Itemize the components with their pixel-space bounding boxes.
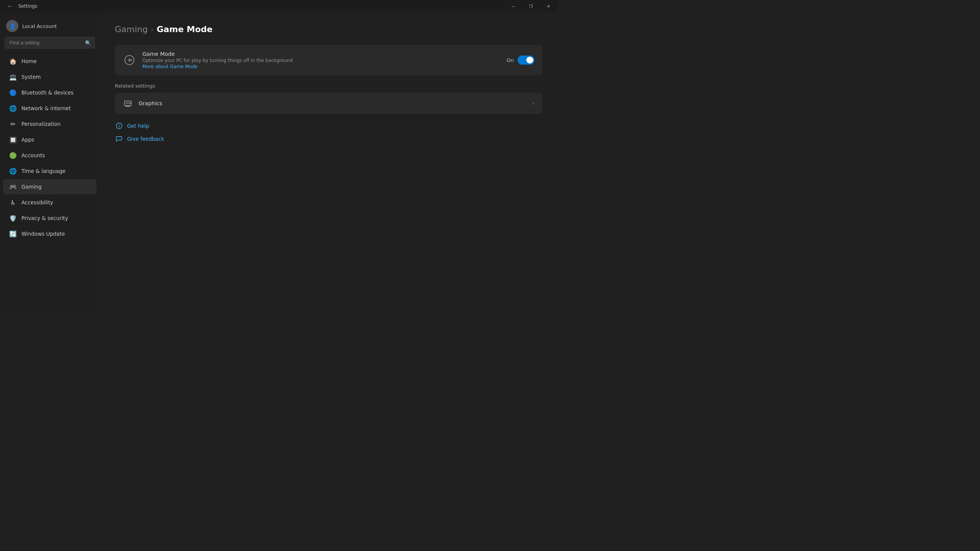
get-help-label: Get help (127, 123, 149, 129)
sidebar-item-bluetooth[interactable]: 🔵Bluetooth & devices (3, 85, 96, 100)
titlebar-title: Settings (18, 3, 37, 9)
titlebar: ← Settings — ❐ ✕ (0, 0, 557, 12)
breadcrumb-separator: › (151, 25, 154, 33)
personalization-icon: ✏️ (9, 120, 17, 128)
related-settings-card: Graphics › (115, 93, 542, 114)
sidebar-item-privacy[interactable]: 🛡️Privacy & security (3, 210, 96, 226)
sidebar-item-accessibility[interactable]: ♿Accessibility (3, 195, 96, 210)
game-mode-title: Game Mode (142, 51, 501, 57)
get-help-link[interactable]: Get help (115, 122, 542, 130)
graphics-icon (122, 98, 133, 109)
svg-rect-4 (126, 102, 129, 104)
sidebar-item-system[interactable]: 💻System (3, 69, 96, 85)
search-box: 🔍 (5, 37, 95, 49)
sidebar-item-label-accounts: Accounts (21, 152, 45, 158)
titlebar-controls: — ❐ ✕ (505, 0, 557, 12)
related-settings-title: Related settings (115, 83, 542, 89)
sidebar-item-network[interactable]: 🌐Network & internet (3, 101, 96, 116)
sidebar-item-label-system: System (21, 74, 41, 80)
graphics-label: Graphics (139, 100, 527, 106)
minimize-button[interactable]: — (505, 0, 522, 12)
close-button[interactable]: ✕ (540, 0, 557, 12)
sidebar-item-label-personalization: Personalization (21, 121, 60, 127)
sidebar-item-time[interactable]: 🌐Time & language (3, 163, 96, 179)
sidebar-item-label-update: Windows Update (21, 231, 65, 237)
graphics-row[interactable]: Graphics › (115, 93, 542, 114)
time-icon: 🌐 (9, 167, 17, 175)
game-mode-card: Game Mode Optimize your PC for play by t… (115, 45, 542, 75)
sidebar-item-label-network: Network & internet (21, 105, 71, 111)
svg-point-1 (131, 59, 132, 60)
titlebar-left: ← Settings (5, 1, 37, 11)
sidebar-item-label-gaming: Gaming (21, 184, 42, 190)
accounts-icon: 🟢 (9, 152, 17, 159)
breadcrumb-current: Game Mode (157, 24, 212, 34)
sidebar-item-personalization[interactable]: ✏️Personalization (3, 116, 96, 132)
give-feedback-link[interactable]: Give feedback (115, 135, 542, 143)
privacy-icon: 🛡️ (9, 214, 17, 222)
sidebar-item-home[interactable]: 🏠Home (3, 54, 96, 69)
bluetooth-icon: 🔵 (9, 89, 17, 96)
game-mode-link[interactable]: More about Game Mode (142, 64, 198, 69)
back-button[interactable]: ← (5, 1, 15, 11)
search-icon: 🔍 (85, 40, 91, 46)
get-help-icon (115, 122, 123, 130)
content-area: Gaming › Game Mode Game Mode Optimize yo… (100, 12, 557, 312)
nav-container: 🏠Home💻System🔵Bluetooth & devices🌐Network… (0, 53, 100, 242)
breadcrumb-parent[interactable]: Gaming (115, 24, 148, 34)
sidebar-item-update[interactable]: 🔄Windows Update (3, 226, 96, 241)
app-body: 👤 Local Account 🔍 🏠Home💻System🔵Bluetooth… (0, 12, 557, 312)
update-icon: 🔄 (9, 230, 17, 238)
game-mode-toggle[interactable] (518, 55, 534, 65)
gaming-icon: 🎮 (9, 183, 17, 191)
sidebar-item-label-apps: Apps (21, 137, 34, 143)
breadcrumb: Gaming › Game Mode (115, 24, 542, 34)
accessibility-icon: ♿ (9, 199, 17, 206)
sidebar-item-apps[interactable]: 🔲Apps (3, 132, 96, 147)
give-feedback-label: Give feedback (127, 136, 164, 142)
sidebar-item-accounts[interactable]: 🟢Accounts (3, 148, 96, 163)
account-name: Local Account (22, 23, 57, 29)
help-links: Get help Give feedback (115, 122, 542, 143)
sidebar-item-label-bluetooth: Bluetooth & devices (21, 90, 74, 96)
network-icon: 🌐 (9, 104, 17, 112)
svg-point-2 (131, 60, 132, 61)
sidebar-item-label-privacy: Privacy & security (21, 215, 68, 221)
sidebar: 👤 Local Account 🔍 🏠Home💻System🔵Bluetooth… (0, 12, 100, 312)
avatar-icon: 👤 (9, 23, 16, 29)
sidebar-item-label-home: Home (21, 58, 37, 64)
search-input[interactable] (5, 37, 95, 49)
sidebar-item-gaming[interactable]: 🎮Gaming (3, 179, 96, 194)
toggle-label: On (507, 57, 514, 63)
graphics-chevron: › (532, 100, 534, 106)
game-mode-row: Game Mode Optimize your PC for play by t… (115, 45, 542, 75)
sidebar-item-label-accessibility: Accessibility (21, 199, 53, 205)
account-section: 👤 Local Account (0, 12, 100, 37)
game-mode-icon (122, 53, 136, 67)
home-icon: 🏠 (9, 57, 17, 65)
apps-icon: 🔲 (9, 136, 17, 143)
system-icon: 💻 (9, 73, 17, 81)
game-mode-description: Optimize your PC for play by turning thi… (142, 58, 501, 63)
give-feedback-icon (115, 135, 123, 143)
game-mode-control: On (507, 55, 534, 65)
restore-button[interactable]: ❐ (522, 0, 540, 12)
sidebar-item-label-time: Time & language (21, 168, 65, 174)
avatar: 👤 (6, 20, 18, 32)
game-mode-text: Game Mode Optimize your PC for play by t… (142, 51, 501, 69)
svg-point-5 (129, 103, 131, 104)
